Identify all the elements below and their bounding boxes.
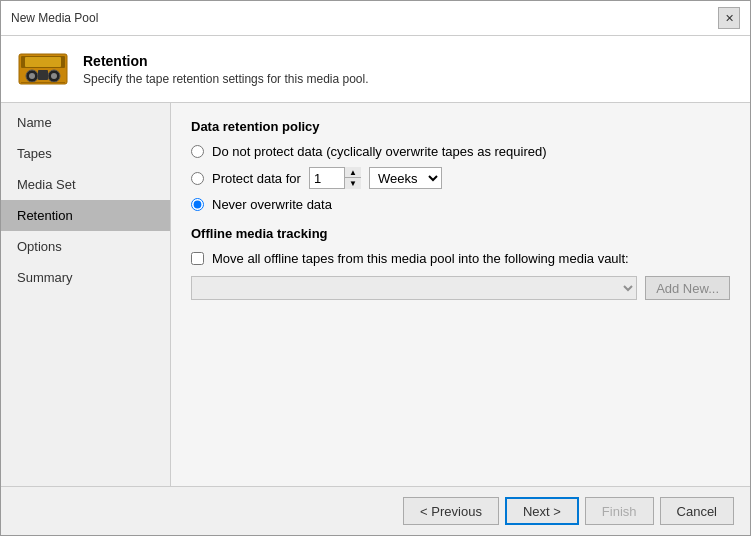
dialog-title: New Media Pool <box>11 11 98 25</box>
spinner-arrows: ▲ ▼ <box>344 167 361 189</box>
radio-protect-for-label[interactable]: Protect data for <box>212 171 301 186</box>
offline-checkbox-row: Move all offline tapes from this media p… <box>191 251 730 266</box>
vault-row: Add New... <box>191 276 730 300</box>
content-area: Name Tapes Media Set Retention Options S… <box>1 103 750 486</box>
header-text: Retention Specify the tape retention set… <box>83 53 369 86</box>
dialog: New Media Pool ✕ <box>0 0 751 536</box>
tape-icon <box>17 48 69 90</box>
add-new-button[interactable]: Add New... <box>645 276 730 300</box>
spinner-down-button[interactable]: ▼ <box>345 178 361 189</box>
radio-row-protect-for: Protect data for ▲ ▼ Weeks Days <box>191 167 730 189</box>
cancel-button[interactable]: Cancel <box>660 497 734 525</box>
header-title: Retention <box>83 53 369 69</box>
tape-cassette-icon <box>17 48 69 90</box>
header-section: Retention Specify the tape retention set… <box>1 36 750 103</box>
sidebar-item-retention[interactable]: Retention <box>1 200 170 231</box>
svg-point-6 <box>51 73 57 79</box>
radio-do-not-protect-label[interactable]: Do not protect data (cyclically overwrit… <box>212 144 547 159</box>
offline-section: Offline media tracking Move all offline … <box>191 226 730 300</box>
spinner-input-box: ▲ ▼ <box>309 167 361 189</box>
next-button[interactable]: Next > <box>505 497 579 525</box>
sidebar-item-options[interactable]: Options <box>1 231 170 262</box>
data-retention-title: Data retention policy <box>191 119 730 134</box>
sidebar-item-name[interactable]: Name <box>1 107 170 138</box>
previous-button[interactable]: < Previous <box>403 497 499 525</box>
svg-point-4 <box>29 73 35 79</box>
sidebar-item-summary[interactable]: Summary <box>1 262 170 293</box>
svg-rect-8 <box>21 82 65 83</box>
radio-group: Do not protect data (cyclically overwrit… <box>191 144 730 212</box>
radio-protect-for[interactable] <box>191 172 204 185</box>
radio-never-overwrite-label[interactable]: Never overwrite data <box>212 197 332 212</box>
protect-duration-input[interactable] <box>310 169 344 188</box>
finish-button[interactable]: Finish <box>585 497 654 525</box>
main-panel: Data retention policy Do not protect dat… <box>171 103 750 486</box>
offline-checkbox-label[interactable]: Move all offline tapes from this media p… <box>212 251 629 266</box>
close-button[interactable]: ✕ <box>718 7 740 29</box>
svg-rect-2 <box>25 57 61 67</box>
offline-tracking-title: Offline media tracking <box>191 226 730 241</box>
header-subtitle: Specify the tape retention settings for … <box>83 72 369 86</box>
title-bar: New Media Pool ✕ <box>1 1 750 36</box>
svg-rect-7 <box>38 70 48 80</box>
footer: < Previous Next > Finish Cancel <box>1 486 750 535</box>
title-bar-left: New Media Pool <box>11 11 98 25</box>
protect-duration-spinner: ▲ ▼ <box>309 167 361 189</box>
vault-dropdown[interactable] <box>191 276 637 300</box>
radio-never-overwrite[interactable] <box>191 198 204 211</box>
period-select[interactable]: Weeks Days Months Years <box>369 167 442 189</box>
radio-do-not-protect[interactable] <box>191 145 204 158</box>
radio-row-never-overwrite: Never overwrite data <box>191 197 730 212</box>
radio-row-do-not-protect: Do not protect data (cyclically overwrit… <box>191 144 730 159</box>
sidebar-item-tapes[interactable]: Tapes <box>1 138 170 169</box>
offline-checkbox[interactable] <box>191 252 204 265</box>
spinner-up-button[interactable]: ▲ <box>345 167 361 178</box>
sidebar-item-media-set[interactable]: Media Set <box>1 169 170 200</box>
sidebar: Name Tapes Media Set Retention Options S… <box>1 103 171 486</box>
